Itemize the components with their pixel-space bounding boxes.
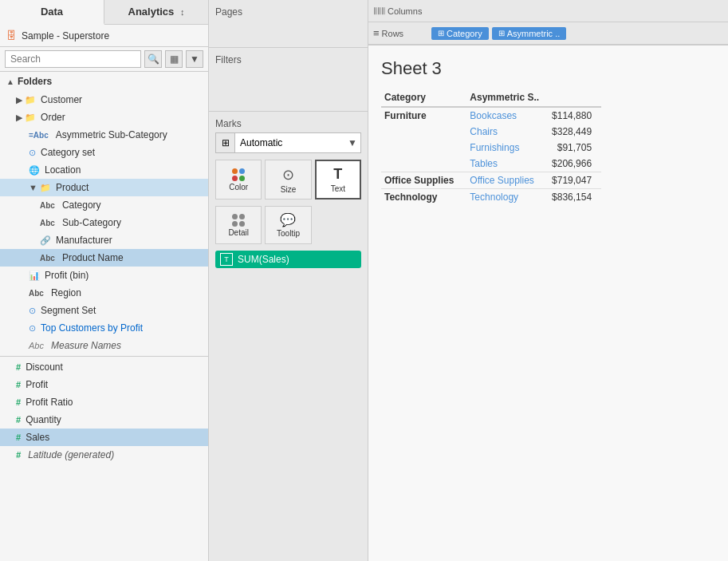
field-sales[interactable]: # Sales [0, 429, 208, 446]
category-cell-technology: Technology [381, 189, 466, 206]
marks-detail-button[interactable]: Detail [215, 206, 262, 244]
marks-buttons-row2: Detail 💬 Tooltip [215, 206, 361, 244]
grid-view-button[interactable]: ▦ [165, 50, 183, 68]
field-sales-icon: # [16, 433, 21, 442]
marks-color-icon [232, 168, 245, 181]
category-cell-furniture: Furniture [381, 107, 466, 172]
field-profit-ratio[interactable]: # Profit Ratio [0, 393, 208, 411]
marks-text-icon: T [333, 166, 342, 183]
pages-section: Pages [209, 0, 368, 48]
field-category-icon: Abc [40, 201, 55, 210]
table-row: Furniture Bookcases $114,880 [381, 107, 601, 124]
field-category[interactable]: Abc Category [0, 196, 208, 214]
folder-customer[interactable]: ▶ 📁 Customer [0, 91, 208, 109]
marks-detail-label: Detail [228, 228, 249, 237]
field-measure-names-label: Measure Names [51, 340, 121, 351]
tab-analytics[interactable]: Analytics ↕ [104, 0, 208, 24]
marks-color-button[interactable]: Color [215, 160, 262, 200]
field-region-icon: Abc [29, 289, 44, 298]
marks-tooltip-label: Tooltip [277, 229, 300, 238]
field-product-name[interactable]: Abc Product Name [0, 249, 208, 267]
columns-shelf-label: ⦀⦀⦀ Columns [373, 5, 425, 18]
field-sales-label: Sales [26, 432, 49, 443]
columns-label-text: Columns [388, 6, 422, 16]
col-header-category: Category [381, 89, 466, 107]
value-cell-furnishings: $91,705 [549, 140, 601, 156]
left-panel: Data Analytics ↕ 🗄 Sample - Superstore 🔍… [0, 0, 209, 561]
category-cell-office-supplies: Office Supplies [381, 172, 466, 189]
subcategory-cell-office-supplies[interactable]: Office Supplies [466, 172, 549, 189]
field-profit-bin[interactable]: 📊 Profit (bin) [0, 267, 208, 284]
field-measure-names[interactable]: Abc Measure Names [0, 337, 208, 354]
marks-text-button[interactable]: T Text [315, 160, 361, 200]
field-profit-ratio-label: Profit Ratio [26, 397, 73, 408]
search-input[interactable] [5, 50, 141, 68]
field-location[interactable]: 🌐 Location [0, 161, 208, 179]
field-category-set-label: Category set [41, 147, 95, 158]
field-manufacturer[interactable]: 🔗 Manufacturer [0, 231, 208, 249]
marks-type-dropdown[interactable]: ⊞ Automatic ▼ [215, 132, 361, 153]
field-profit-bin-icon: 📊 [29, 271, 40, 281]
field-asymmetric-sub-category[interactable]: =Abc Asymmetric Sub-Category [0, 126, 208, 144]
rows-category-pill-label: Category [447, 29, 482, 38]
subcategory-cell-technology[interactable]: Technology [466, 189, 549, 206]
field-category-set[interactable]: ⊙ Category set [0, 144, 208, 161]
marks-type-label: Automatic [235, 137, 344, 148]
left-panel-tabs: Data Analytics ↕ [0, 0, 208, 25]
search-button[interactable]: 🔍 [144, 50, 162, 68]
rows-asymmetric-pill[interactable]: ⊞ Asymmetric .. [492, 27, 567, 40]
tab-data[interactable]: Data [0, 0, 104, 25]
subcategory-cell-bookcases[interactable]: Bookcases [466, 107, 549, 124]
sum-sales-pill[interactable]: T SUM(Sales) [215, 251, 361, 268]
folder-product-icon: ▼ 📁 [29, 183, 51, 193]
value-cell-office-supplies: $719,047 [549, 172, 601, 189]
table-row: Technology Technology $836,154 [381, 189, 601, 206]
field-latitude-label: Latitude (generated) [28, 449, 114, 460]
data-source-row[interactable]: 🗄 Sample - Superstore [0, 25, 208, 47]
field-segment-set-icon: ⊙ [29, 306, 36, 316]
col-header-asymmetric: Asymmetric S.. [466, 89, 549, 107]
pages-label: Pages [215, 6, 361, 18]
folder-product[interactable]: ▼ 📁 Product [0, 179, 208, 196]
field-profit-ratio-icon: # [16, 397, 21, 407]
marks-color-label: Color [229, 183, 248, 192]
field-quantity[interactable]: # Quantity [0, 411, 208, 429]
field-manufacturer-icon: 🔗 [40, 235, 51, 246]
marks-type-icon: ⊞ [222, 137, 230, 148]
data-source-icon: 🗄 [6, 30, 17, 41]
shelf-area: ⦀⦀⦀ Columns ≡ Rows ⊞ Category [368, 0, 728, 45]
field-region[interactable]: Abc Region [0, 284, 208, 302]
data-source-name: Sample - Superstore [22, 30, 109, 41]
field-top-customers[interactable]: ⊙ Top Customers by Profit [0, 319, 208, 337]
folders-caret-icon: ▲ [6, 77, 14, 86]
marks-tooltip-button[interactable]: 💬 Tooltip [265, 206, 311, 244]
field-list: ▲ Folders ▶ 📁 Customer ▶ 📁 Order =Abc As… [0, 72, 208, 561]
rows-category-pill[interactable]: ⊞ Category [431, 27, 489, 40]
subcategory-cell-tables[interactable]: Tables [466, 156, 549, 172]
field-category-set-icon: ⊙ [29, 148, 36, 158]
middle-panel: Pages Filters Marks ⊞ Automatic ▼ [209, 0, 368, 561]
field-segment-set-label: Segment Set [41, 305, 96, 316]
marks-size-button[interactable]: ⊙ Size [265, 160, 311, 200]
folder-order[interactable]: ▶ 📁 Order [0, 109, 208, 126]
rows-category-pill-icon: ⊞ [438, 29, 444, 38]
subcategory-cell-chairs[interactable]: Chairs [466, 124, 549, 140]
folder-order-icon: ▶ 📁 [16, 113, 36, 123]
subcategory-cell-furnishings[interactable]: Furnishings [466, 140, 549, 156]
field-profit[interactable]: # Profit [0, 376, 208, 393]
field-discount[interactable]: # Discount [0, 358, 208, 376]
field-profit-label: Profit [26, 379, 48, 390]
field-latitude[interactable]: # Latitude (generated) [0, 446, 208, 464]
marks-buttons-row1: Color ⊙ Size T Text [215, 160, 361, 200]
rows-icon: ≡ [373, 27, 380, 39]
sort-dropdown-button[interactable]: ▼ [186, 50, 203, 68]
right-panel: ⦀⦀⦀ Columns ≡ Rows ⊞ Category [368, 0, 728, 561]
main-area: Data Analytics ↕ 🗄 Sample - Superstore 🔍… [0, 0, 728, 561]
field-segment-set[interactable]: ⊙ Segment Set [0, 302, 208, 319]
folders-header[interactable]: ▲ Folders [0, 72, 208, 91]
marks-dropdown-arrow-icon: ▼ [344, 137, 360, 148]
marks-text-label: Text [331, 184, 345, 193]
sheet-title: Sheet 3 [381, 58, 715, 79]
marks-size-icon: ⊙ [282, 166, 294, 184]
field-sub-category[interactable]: Abc Sub-Category [0, 214, 208, 231]
